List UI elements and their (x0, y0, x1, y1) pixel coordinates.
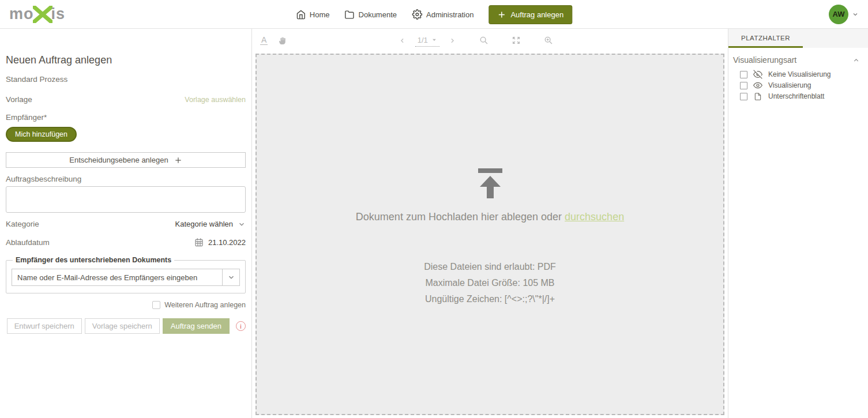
list-item: Keine Visualisierung (740, 69, 868, 80)
zoom-out-icon[interactable] (479, 36, 489, 45)
nav-dokumente[interactable]: Dokumente (345, 10, 397, 20)
keine-visualisierung-checkbox[interactable] (740, 71, 747, 78)
logo-text-right: is (51, 6, 66, 22)
add-me-button[interactable]: Mich hinzufügen (6, 127, 77, 142)
chevron-down-icon (852, 11, 859, 18)
chevron-right-icon (449, 37, 456, 44)
add-decision-level-label: Entscheidungsebene anlegen (69, 156, 168, 164)
empfaenger-label: Empfänger* (6, 113, 246, 122)
save-template-button[interactable]: Vorlage speichern (85, 318, 160, 334)
list-item: Unterschriftenblatt (740, 91, 868, 101)
visualization-options: Keine Visualisierung Visualisierung Unte… (728, 69, 868, 101)
description-label: Auftragsbeschreibung (6, 175, 246, 183)
visualisierungsart-label: Visualisierungsart (733, 55, 796, 65)
eye-icon (753, 81, 763, 90)
prev-page-button[interactable] (399, 37, 406, 44)
vorlage-select-link[interactable]: Vorlage auswählen (185, 96, 246, 104)
next-page-button[interactable] (449, 37, 456, 44)
placeholder-panel: PLATZHALTER Visualisierungsart Keine Vis… (728, 29, 868, 418)
gear-icon (412, 9, 422, 20)
fit-screen-icon[interactable] (512, 36, 521, 45)
main-content: Neuen Auftrag anlegen Standard Prozess V… (0, 29, 868, 418)
dropzone-text-label: Dokument zum Hochladen hier ablegen oder (356, 211, 562, 223)
dropzone-text: Dokument zum Hochladen hier ablegen oder… (356, 211, 624, 223)
viewer-toolbar: 1/1 (252, 29, 728, 52)
kategorie-row: Kategorie Kategorie wählen (6, 220, 246, 228)
folder-icon (345, 10, 355, 20)
nav-administration[interactable]: Administration (412, 9, 474, 20)
option-label: Visualisierung (768, 81, 811, 89)
info-icon[interactable] (236, 321, 246, 331)
recipient-fieldset: Empfänger des unterschriebenen Dokuments (6, 256, 246, 293)
page-title: Neuen Auftrag anlegen (6, 54, 246, 66)
home-icon (296, 10, 306, 20)
kategorie-label: Kategorie (6, 220, 39, 228)
visualisierung-checkbox[interactable] (740, 82, 747, 89)
zoom-in-icon[interactable] (544, 36, 553, 45)
nav-home-label: Home (310, 10, 330, 19)
save-draft-button[interactable]: Entwurf speichern (7, 318, 82, 334)
create-order-button[interactable]: Auftrag anlegen (489, 5, 572, 24)
chevron-down-icon (227, 273, 235, 281)
document-viewer: 1/1 (252, 29, 728, 418)
max-size-text: Maximale Datei Größe: 105 MB (424, 275, 556, 291)
logo-x-icon (33, 6, 52, 23)
visualisierungsart-header[interactable]: Visualisierungsart (728, 48, 868, 69)
pan-tool-icon[interactable] (278, 36, 288, 46)
send-order-button[interactable]: Auftrag senden (163, 318, 230, 334)
add-decision-level-button[interactable]: Entscheidungsebene anlegen (6, 152, 246, 168)
text-select-icon[interactable] (260, 36, 268, 45)
page-controls: 1/1 (399, 35, 553, 47)
allowed-files-text: Diese Dateien sind erlaubt: PDF (424, 259, 556, 275)
eye-off-icon (753, 70, 763, 79)
recipient-fieldset-legend: Empfänger des unterschriebenen Dokuments (13, 256, 174, 264)
ablaufdatum-label: Ablaufdatum (6, 238, 50, 247)
browse-link[interactable]: durchsuchen (565, 211, 624, 223)
weiteren-auftrag-checkbox[interactable] (152, 301, 160, 309)
avatar[interactable]: AW (829, 5, 848, 24)
app-header: mo is Home Dokumente Administration Auft… (0, 0, 868, 29)
right-tab-strip: PLATZHALTER (728, 29, 868, 48)
nav-home[interactable]: Home (296, 10, 330, 20)
chevron-up-icon (852, 57, 860, 64)
chevron-down-icon (238, 220, 246, 228)
weiteren-auftrag-label: Weiteren Auftrag anlegen (164, 301, 246, 309)
nav-administration-label: Administration (426, 10, 474, 19)
page-indicator[interactable]: 1/1 (415, 35, 439, 47)
ablaufdatum-row: Ablaufdatum 21.10.2022 (6, 238, 246, 247)
unterschriftenblatt-checkbox[interactable] (740, 93, 747, 100)
plus-icon (497, 10, 506, 19)
main-nav: Home Dokumente Administration Auftrag an… (296, 0, 572, 29)
chevron-left-icon (399, 37, 406, 44)
recipient-select-toggle[interactable] (222, 269, 239, 285)
plus-icon (174, 156, 182, 164)
vorlage-label: Vorlage (6, 95, 32, 104)
calendar-icon (194, 238, 204, 247)
upload-dropzone[interactable]: Dokument zum Hochladen hier ablegen oder… (255, 54, 724, 415)
order-form-panel: Neuen Auftrag anlegen Standard Prozess V… (0, 29, 252, 418)
logo-text-left: mo (9, 6, 34, 22)
page-indicator-value: 1/1 (418, 36, 428, 44)
form-actions: Entwurf speichern Vorlage speichern Auft… (6, 318, 246, 334)
moxis-logo[interactable]: mo is (9, 6, 125, 23)
kategorie-dropdown[interactable]: Kategorie wählen (175, 220, 246, 228)
create-order-label: Auftrag anlegen (510, 10, 563, 19)
recipient-select (12, 269, 240, 286)
nav-dokumente-label: Dokumente (359, 10, 397, 19)
recipient-input[interactable] (12, 269, 222, 285)
invalid-chars-text: Ungültige Zeichen: [^<>:;?\"*|/]+ (424, 291, 556, 307)
tab-platzhalter[interactable]: PLATZHALTER (728, 29, 803, 48)
document-icon (753, 92, 763, 101)
ablaufdatum-picker[interactable]: 21.10.2022 (194, 238, 246, 247)
option-label: Unterschriftenblatt (768, 92, 824, 100)
vorlage-row: Vorlage Vorlage auswählen (6, 95, 246, 104)
user-menu[interactable]: AW (829, 5, 859, 24)
file-rules: Diese Dateien sind erlaubt: PDF Maximale… (424, 259, 556, 307)
option-label: Keine Visualisierung (768, 70, 831, 78)
description-textarea[interactable] (6, 186, 246, 213)
list-item: Visualisierung (740, 80, 868, 91)
caret-down-icon (431, 37, 437, 43)
kategorie-value: Kategorie wählen (175, 220, 233, 228)
ablaufdatum-value: 21.10.2022 (208, 238, 246, 247)
upload-icon (478, 168, 503, 198)
